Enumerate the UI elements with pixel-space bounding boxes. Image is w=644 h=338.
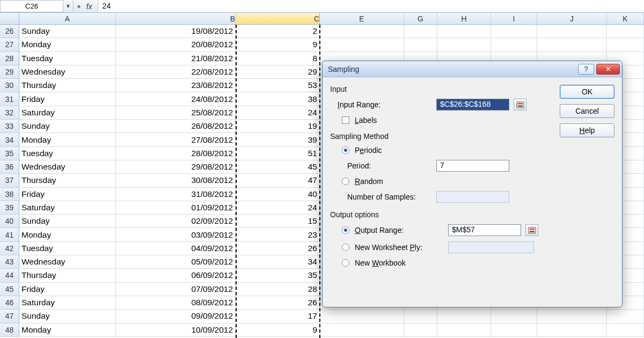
cell-A28[interactable]: Tuesday xyxy=(19,52,116,65)
column-header-A[interactable]: A xyxy=(19,13,116,24)
cell-C31[interactable]: 38 xyxy=(236,92,320,106)
column-header-J[interactable]: J xyxy=(537,13,607,24)
period-field[interactable]: 7 xyxy=(436,160,509,172)
cell-K47[interactable] xyxy=(607,310,644,323)
cell-B44[interactable]: 06/09/2012 xyxy=(116,269,236,282)
new-workbook-radio[interactable] xyxy=(342,259,349,267)
num-samples-field[interactable] xyxy=(436,191,509,203)
formula-input[interactable]: 24 xyxy=(98,0,644,12)
cell-A27[interactable]: Monday xyxy=(19,38,116,52)
row-header-36[interactable]: 36 xyxy=(0,160,19,174)
cell-C30[interactable]: 53 xyxy=(236,79,320,92)
ok-button[interactable]: OK xyxy=(560,85,614,99)
output-range-picker[interactable] xyxy=(525,224,538,236)
dialog-close-button[interactable]: ✕ xyxy=(596,64,620,75)
cell-K26[interactable] xyxy=(607,25,644,38)
cell-A38[interactable]: Friday xyxy=(19,188,116,201)
cell-B26[interactable]: 19/08/2012 xyxy=(116,25,236,38)
cell-C39[interactable]: 24 xyxy=(236,201,320,215)
cell-C35[interactable]: 51 xyxy=(236,147,320,160)
cell-C37[interactable]: 47 xyxy=(236,174,320,187)
cell-B46[interactable]: 08/09/2012 xyxy=(116,296,236,310)
cell-C40[interactable]: 15 xyxy=(236,215,320,228)
column-header-H[interactable]: H xyxy=(437,13,491,24)
cell-B29[interactable]: 22/08/2012 xyxy=(116,65,236,79)
cell-B27[interactable]: 20/08/2012 xyxy=(116,38,236,52)
cell-A43[interactable]: Wednesday xyxy=(19,255,116,269)
cell-J27[interactable] xyxy=(537,38,607,52)
cell-A34[interactable]: Monday xyxy=(19,133,116,146)
input-range-picker[interactable] xyxy=(514,99,526,111)
cell-C41[interactable]: 23 xyxy=(236,228,320,241)
row-header-37[interactable]: 37 xyxy=(0,174,19,187)
new-ws-ply-field[interactable] xyxy=(448,241,534,253)
column-header-K[interactable]: K xyxy=(607,13,644,24)
row-header-41[interactable]: 41 xyxy=(0,228,19,241)
cell-C42[interactable]: 26 xyxy=(236,242,320,255)
row-header-30[interactable]: 30 xyxy=(0,79,19,92)
cell-J48[interactable] xyxy=(537,324,607,337)
cell-H47[interactable] xyxy=(437,310,491,323)
cell-A30[interactable]: Thursday xyxy=(19,79,116,92)
cell-A33[interactable]: Sunday xyxy=(19,120,116,133)
periodic-radio[interactable] xyxy=(342,146,349,154)
cell-A37[interactable]: Thursday xyxy=(19,174,116,187)
cell-H27[interactable] xyxy=(437,38,491,52)
cell-C32[interactable]: 24 xyxy=(236,106,320,120)
select-all-corner[interactable] xyxy=(0,13,19,24)
cell-C26[interactable]: 2 xyxy=(236,25,320,38)
row-header-46[interactable]: 46 xyxy=(0,296,19,310)
cell-B37[interactable]: 30/08/2012 xyxy=(116,174,236,187)
cell-E47[interactable] xyxy=(320,310,404,323)
cell-H26[interactable] xyxy=(437,25,491,38)
cell-A29[interactable]: Wednesday xyxy=(19,65,116,79)
labels-checkbox[interactable] xyxy=(342,116,349,124)
cell-B30[interactable]: 23/08/2012 xyxy=(116,79,236,92)
row-header-28[interactable]: 28 xyxy=(0,52,19,65)
row-header-44[interactable]: 44 xyxy=(0,269,19,282)
row-header-38[interactable]: 38 xyxy=(0,188,19,201)
cell-C47[interactable]: 17 xyxy=(236,310,320,323)
cell-A46[interactable]: Saturday xyxy=(19,296,116,310)
row-header-42[interactable]: 42 xyxy=(0,242,19,255)
column-header-I[interactable]: I xyxy=(491,13,537,24)
cancel-button[interactable]: Cancel xyxy=(560,104,614,118)
input-range-field[interactable]: $C$26:$C$168 xyxy=(436,99,509,111)
cell-B40[interactable]: 02/09/2012 xyxy=(116,215,236,228)
cell-A26[interactable]: Sunday xyxy=(19,25,116,38)
cell-B39[interactable]: 01/09/2012 xyxy=(116,201,236,215)
cell-C43[interactable]: 34 xyxy=(236,255,320,269)
cell-B34[interactable]: 27/08/2012 xyxy=(116,133,236,146)
cell-A47[interactable]: Sunday xyxy=(19,310,116,323)
cell-C46[interactable]: 26 xyxy=(236,296,320,310)
row-header-45[interactable]: 45 xyxy=(0,283,19,296)
column-header-G[interactable]: G xyxy=(404,13,437,24)
cell-A42[interactable]: Tuesday xyxy=(19,242,116,255)
cancel-formula-icon[interactable]: ● xyxy=(77,2,81,10)
cell-B42[interactable]: 04/09/2012 xyxy=(116,242,236,255)
cell-A36[interactable]: Wednesday xyxy=(19,160,116,174)
cell-A48[interactable]: Monday xyxy=(19,324,116,337)
cell-I27[interactable] xyxy=(491,38,537,52)
dialog-titlebar[interactable]: Sampling ? ✕ xyxy=(323,61,622,77)
cell-C34[interactable]: 39 xyxy=(236,133,320,146)
cell-H48[interactable] xyxy=(437,324,491,337)
cell-G26[interactable] xyxy=(404,25,437,38)
cell-C27[interactable]: 9 xyxy=(236,38,320,52)
cell-B28[interactable]: 21/08/2012 xyxy=(116,52,236,65)
row-header-39[interactable]: 39 xyxy=(0,201,19,215)
row-header-33[interactable]: 33 xyxy=(0,120,19,133)
cell-K27[interactable] xyxy=(607,38,644,52)
cell-A32[interactable]: Saturday xyxy=(19,106,116,120)
row-header-31[interactable]: 31 xyxy=(0,92,19,106)
cell-C33[interactable]: 19 xyxy=(236,120,320,133)
new-ws-ply-radio[interactable] xyxy=(342,244,349,251)
cell-E26[interactable] xyxy=(320,25,404,38)
row-header-29[interactable]: 29 xyxy=(0,65,19,79)
cell-J26[interactable] xyxy=(537,25,607,38)
cell-B43[interactable]: 05/09/2012 xyxy=(116,255,236,269)
cell-B48[interactable]: 10/09/2012 xyxy=(116,324,236,337)
column-header-C[interactable]: C xyxy=(236,13,320,24)
cell-A41[interactable]: Monday xyxy=(19,228,116,241)
cell-B38[interactable]: 31/08/2012 xyxy=(116,188,236,201)
